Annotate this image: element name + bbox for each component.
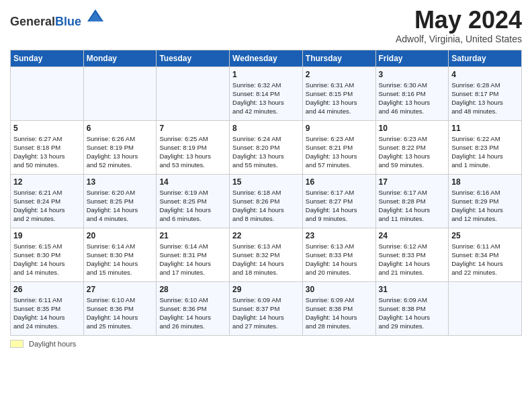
day-info: Sunrise: 6:10 AM Sunset: 8:36 PM Dayligh… bbox=[159, 295, 226, 331]
day-info: Sunrise: 6:23 AM Sunset: 8:22 PM Dayligh… bbox=[379, 134, 446, 170]
calendar-cell: 20Sunrise: 6:14 AM Sunset: 8:30 PM Dayli… bbox=[83, 228, 157, 281]
day-info: Sunrise: 6:28 AM Sunset: 8:17 PM Dayligh… bbox=[451, 81, 519, 116]
calendar-cell: 6Sunrise: 6:26 AM Sunset: 8:19 PM Daylig… bbox=[83, 120, 157, 174]
day-info: Sunrise: 6:13 AM Sunset: 8:33 PM Dayligh… bbox=[306, 242, 373, 277]
day-info: Sunrise: 6:30 AM Sunset: 8:16 PM Dayligh… bbox=[379, 81, 446, 116]
calendar-week-row: 5Sunrise: 6:27 AM Sunset: 8:18 PM Daylig… bbox=[11, 120, 522, 174]
day-info: Sunrise: 6:25 AM Sunset: 8:19 PM Dayligh… bbox=[159, 134, 226, 170]
day-number: 29 bbox=[232, 285, 300, 294]
calendar-cell: 26Sunrise: 6:11 AM Sunset: 8:35 PM Dayli… bbox=[11, 281, 84, 335]
weekday-header-saturday: Saturday bbox=[449, 50, 522, 66]
day-info: Sunrise: 6:16 AM Sunset: 8:29 PM Dayligh… bbox=[451, 188, 519, 224]
day-info: Sunrise: 6:09 AM Sunset: 8:38 PM Dayligh… bbox=[379, 295, 446, 331]
calendar-cell: 24Sunrise: 6:12 AM Sunset: 8:33 PM Dayli… bbox=[375, 228, 449, 281]
day-number: 28 bbox=[159, 285, 226, 294]
day-number: 2 bbox=[306, 70, 373, 79]
page-header: GeneralBlue May 2024 Adwolf, Virginia, U… bbox=[10, 7, 522, 44]
calendar-cell: 22Sunrise: 6:13 AM Sunset: 8:32 PM Dayli… bbox=[230, 228, 303, 281]
calendar-cell: 11Sunrise: 6:22 AM Sunset: 8:23 PM Dayli… bbox=[449, 120, 522, 174]
day-info: Sunrise: 6:11 AM Sunset: 8:34 PM Dayligh… bbox=[451, 242, 519, 277]
day-info: Sunrise: 6:23 AM Sunset: 8:21 PM Dayligh… bbox=[306, 134, 373, 170]
day-number: 17 bbox=[379, 177, 446, 187]
day-number: 10 bbox=[379, 124, 446, 133]
calendar-cell: 1Sunrise: 6:32 AM Sunset: 8:14 PM Daylig… bbox=[230, 66, 303, 120]
day-info: Sunrise: 6:12 AM Sunset: 8:33 PM Dayligh… bbox=[379, 242, 446, 277]
calendar-cell bbox=[83, 66, 157, 120]
day-info: Sunrise: 6:22 AM Sunset: 8:23 PM Dayligh… bbox=[451, 134, 519, 170]
weekday-header-monday: Monday bbox=[83, 50, 157, 66]
calendar-cell: 3Sunrise: 6:30 AM Sunset: 8:16 PM Daylig… bbox=[375, 66, 449, 120]
calendar-cell: 9Sunrise: 6:23 AM Sunset: 8:21 PM Daylig… bbox=[302, 120, 375, 174]
logo: GeneralBlue bbox=[10, 7, 105, 29]
day-info: Sunrise: 6:32 AM Sunset: 8:14 PM Dayligh… bbox=[232, 81, 300, 116]
day-number: 9 bbox=[306, 124, 373, 133]
calendar-header: SundayMondayTuesdayWednesdayThursdayFrid… bbox=[11, 50, 522, 66]
calendar-cell bbox=[157, 66, 230, 120]
calendar-cell: 29Sunrise: 6:09 AM Sunset: 8:37 PM Dayli… bbox=[230, 281, 303, 335]
calendar-cell: 16Sunrise: 6:17 AM Sunset: 8:27 PM Dayli… bbox=[302, 174, 375, 228]
calendar-cell: 25Sunrise: 6:11 AM Sunset: 8:34 PM Dayli… bbox=[449, 228, 522, 281]
day-number: 11 bbox=[451, 124, 519, 133]
weekday-header-thursday: Thursday bbox=[302, 50, 375, 66]
day-number: 27 bbox=[87, 285, 154, 294]
calendar-week-row: 1Sunrise: 6:32 AM Sunset: 8:14 PM Daylig… bbox=[11, 66, 522, 120]
calendar-cell: 12Sunrise: 6:21 AM Sunset: 8:24 PM Dayli… bbox=[11, 174, 84, 228]
day-number: 19 bbox=[13, 231, 81, 240]
day-info: Sunrise: 6:20 AM Sunset: 8:25 PM Dayligh… bbox=[87, 188, 154, 224]
day-info: Sunrise: 6:19 AM Sunset: 8:25 PM Dayligh… bbox=[159, 188, 226, 224]
footer: Daylight hours bbox=[10, 340, 522, 348]
day-info: Sunrise: 6:31 AM Sunset: 8:15 PM Dayligh… bbox=[306, 81, 373, 116]
day-number: 7 bbox=[159, 124, 226, 133]
day-number: 12 bbox=[13, 177, 81, 187]
day-number: 14 bbox=[159, 177, 226, 187]
calendar-cell: 28Sunrise: 6:10 AM Sunset: 8:36 PM Dayli… bbox=[157, 281, 230, 335]
calendar-cell: 21Sunrise: 6:14 AM Sunset: 8:31 PM Dayli… bbox=[157, 228, 230, 281]
day-number: 16 bbox=[306, 177, 373, 187]
day-info: Sunrise: 6:09 AM Sunset: 8:38 PM Dayligh… bbox=[306, 295, 373, 331]
day-number: 21 bbox=[159, 231, 226, 240]
day-number: 31 bbox=[379, 285, 446, 294]
calendar-cell: 19Sunrise: 6:15 AM Sunset: 8:30 PM Dayli… bbox=[11, 228, 84, 281]
title-block: May 2024 Adwolf, Virginia, United States bbox=[396, 7, 522, 44]
day-number: 15 bbox=[232, 177, 300, 187]
day-number: 22 bbox=[232, 231, 300, 240]
logo-blue: Blue bbox=[55, 15, 81, 28]
day-number: 4 bbox=[451, 70, 519, 79]
calendar-cell: 8Sunrise: 6:24 AM Sunset: 8:20 PM Daylig… bbox=[230, 120, 303, 174]
calendar-cell: 13Sunrise: 6:20 AM Sunset: 8:25 PM Dayli… bbox=[83, 174, 157, 228]
day-number: 26 bbox=[13, 285, 81, 294]
day-info: Sunrise: 6:15 AM Sunset: 8:30 PM Dayligh… bbox=[13, 242, 81, 277]
daylight-swatch bbox=[10, 340, 24, 348]
day-number: 13 bbox=[87, 177, 154, 187]
calendar-week-row: 26Sunrise: 6:11 AM Sunset: 8:35 PM Dayli… bbox=[11, 281, 522, 335]
calendar-cell: 27Sunrise: 6:10 AM Sunset: 8:36 PM Dayli… bbox=[83, 281, 157, 335]
day-info: Sunrise: 6:24 AM Sunset: 8:20 PM Dayligh… bbox=[232, 134, 300, 170]
weekday-header-row: SundayMondayTuesdayWednesdayThursdayFrid… bbox=[11, 50, 522, 66]
day-info: Sunrise: 6:10 AM Sunset: 8:36 PM Dayligh… bbox=[87, 295, 154, 331]
day-info: Sunrise: 6:14 AM Sunset: 8:30 PM Dayligh… bbox=[87, 242, 154, 277]
calendar-cell: 7Sunrise: 6:25 AM Sunset: 8:19 PM Daylig… bbox=[157, 120, 230, 174]
day-number: 24 bbox=[379, 231, 446, 240]
day-info: Sunrise: 6:17 AM Sunset: 8:27 PM Dayligh… bbox=[306, 188, 373, 224]
day-info: Sunrise: 6:18 AM Sunset: 8:26 PM Dayligh… bbox=[232, 188, 300, 224]
calendar-cell: 5Sunrise: 6:27 AM Sunset: 8:18 PM Daylig… bbox=[11, 120, 84, 174]
day-info: Sunrise: 6:11 AM Sunset: 8:35 PM Dayligh… bbox=[13, 295, 81, 331]
day-number: 3 bbox=[379, 70, 446, 79]
day-info: Sunrise: 6:14 AM Sunset: 8:31 PM Dayligh… bbox=[159, 242, 226, 277]
month-title: May 2024 bbox=[396, 7, 522, 34]
weekday-header-tuesday: Tuesday bbox=[157, 50, 230, 66]
day-info: Sunrise: 6:27 AM Sunset: 8:18 PM Dayligh… bbox=[13, 134, 81, 170]
calendar-body: 1Sunrise: 6:32 AM Sunset: 8:14 PM Daylig… bbox=[11, 66, 522, 335]
calendar-week-row: 12Sunrise: 6:21 AM Sunset: 8:24 PM Dayli… bbox=[11, 174, 522, 228]
day-info: Sunrise: 6:17 AM Sunset: 8:28 PM Dayligh… bbox=[379, 188, 446, 224]
calendar-cell: 23Sunrise: 6:13 AM Sunset: 8:33 PM Dayli… bbox=[302, 228, 375, 281]
calendar-cell: 31Sunrise: 6:09 AM Sunset: 8:38 PM Dayli… bbox=[375, 281, 449, 335]
daylight-label: Daylight hours bbox=[29, 340, 76, 348]
calendar-cell: 14Sunrise: 6:19 AM Sunset: 8:25 PM Dayli… bbox=[157, 174, 230, 228]
day-number: 6 bbox=[87, 124, 154, 133]
calendar-cell: 4Sunrise: 6:28 AM Sunset: 8:17 PM Daylig… bbox=[449, 66, 522, 120]
calendar-cell bbox=[11, 66, 84, 120]
calendar-cell bbox=[449, 281, 522, 335]
day-number: 1 bbox=[232, 70, 300, 79]
day-number: 18 bbox=[451, 177, 519, 187]
